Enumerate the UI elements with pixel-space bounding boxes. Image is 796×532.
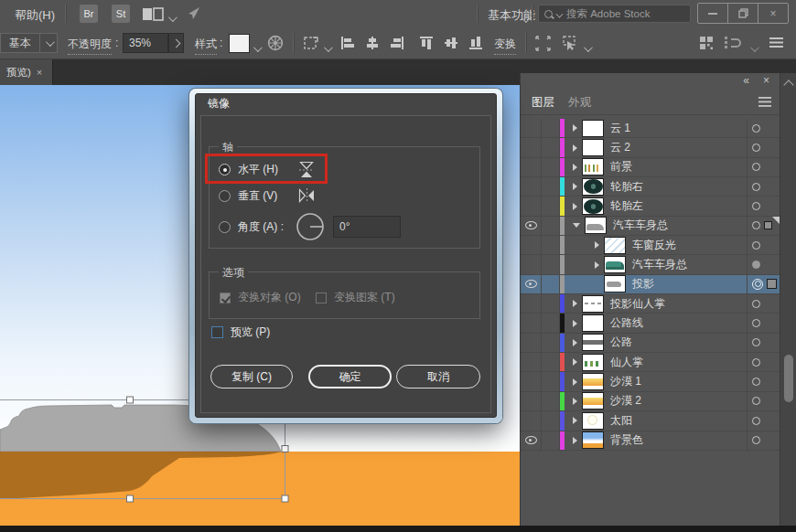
close-button[interactable]: × [758,4,788,23]
layer-thumbnail[interactable] [604,237,626,254]
expand-arrow-icon[interactable] [573,437,577,444]
lock-toggle[interactable] [542,217,560,235]
target-circle-icon[interactable] [752,279,763,290]
target-circle-icon[interactable] [752,417,760,425]
search-input[interactable]: 搜索 Adobe Stock [538,5,691,23]
target-circle-icon[interactable] [752,124,760,133]
lock-toggle[interactable] [542,275,560,293]
transform-objects-checkbox-row[interactable]: 变换对象 (O) [220,290,301,305]
target-column[interactable] [747,275,780,293]
preview-checkbox-icon[interactable] [211,326,223,338]
layer-row[interactable]: 仙人掌 [521,353,780,372]
tab-appearance[interactable]: 外观 [568,95,591,111]
layer-content[interactable]: 投影 [565,275,747,293]
recolor-artwork-icon[interactable] [267,35,284,51]
cancel-button[interactable]: 取消 [396,365,480,388]
layer-row[interactable]: 沙漠 2 [521,392,780,411]
layer-content[interactable]: 汽车车身总 [565,255,747,273]
lock-toggle[interactable] [542,158,560,176]
layer-row[interactable]: 沙漠 1 [521,372,780,391]
target-circle-icon[interactable] [752,338,760,346]
layer-content[interactable]: 背景色 [565,431,747,450]
lock-toggle[interactable] [542,392,560,410]
layer-content[interactable]: 云 2 [565,138,747,156]
panel-flyout-menu-icon[interactable] [758,97,771,107]
arrange-documents-icon[interactable] [142,7,164,21]
expand-arrow-icon[interactable] [573,124,577,132]
target-circle-icon[interactable] [752,319,760,327]
layer-name[interactable]: 仙人掌 [610,355,643,370]
expand-arrow-icon[interactable] [573,320,577,327]
align-right-icon[interactable] [390,36,404,50]
lock-toggle[interactable] [542,138,560,156]
expand-arrow-icon[interactable] [573,358,577,366]
style-label[interactable]: 样式 [195,37,217,55]
layer-row[interactable]: 投影 [521,275,780,294]
visibility-toggle[interactable] [521,372,542,390]
target-circle-icon[interactable] [752,221,760,229]
snap-options-chevron[interactable] [750,39,757,56]
layer-thumbnail[interactable] [582,373,604,390]
layer-content[interactable]: 前景 [565,158,747,176]
expand-arrow-icon[interactable] [573,417,577,424]
target-column[interactable] [747,119,780,137]
layer-content[interactable]: 轮胎左 [565,197,747,215]
target-column[interactable] [747,392,780,410]
transform-panel-link[interactable]: 变换 [494,37,516,55]
layer-name[interactable]: 投影仙人掌 [610,296,665,312]
layer-row[interactable]: 背景色 [521,431,780,451]
stock-button[interactable]: St [112,5,130,23]
snap-options-icon[interactable] [724,36,742,50]
expand-arrow-icon[interactable] [573,183,577,190]
layer-name[interactable]: 沙漠 1 [610,374,641,389]
layer-name[interactable]: 公路 [610,335,632,350]
angle-dial-icon[interactable] [295,211,326,242]
layer-thumbnail[interactable] [582,158,604,176]
target-circle-icon[interactable] [752,397,760,405]
layer-content[interactable]: 车窗反光 [565,236,747,254]
target-column[interactable] [747,294,780,313]
target-column[interactable] [747,431,780,450]
close-icon[interactable]: × [37,67,42,78]
document-setup-chevron[interactable] [324,39,330,56]
target-column[interactable] [747,411,780,430]
style-swatch[interactable] [229,34,250,53]
lock-toggle[interactable] [542,255,560,273]
free-transform-icon[interactable] [534,35,552,52]
layer-name[interactable]: 沙漠 2 [610,393,641,409]
layer-content[interactable]: 公路线 [565,314,747,332]
layer-thumbnail[interactable] [604,275,626,293]
target-column[interactable] [747,197,780,215]
layer-name[interactable]: 前景 [610,159,632,175]
radio-icon[interactable] [219,221,231,233]
layer-thumbnail[interactable] [582,295,604,313]
ok-button[interactable]: 确定 [308,365,392,388]
layer-name[interactable]: 汽车车身总 [632,257,687,272]
chevron-down-icon[interactable] [168,9,175,26]
layer-row[interactable]: 轮胎右 [521,177,780,197]
layer-row[interactable]: 汽车车身总 [521,217,780,236]
layer-thumbnail[interactable] [604,256,626,273]
layer-thumbnail[interactable] [582,197,604,215]
align-center-horizontal-icon[interactable] [365,36,380,50]
dock-scrollbar[interactable] [780,73,796,526]
layer-row[interactable]: 投影仙人掌 [521,294,780,314]
visibility-toggle[interactable] [521,431,542,450]
target-column[interactable] [747,372,780,390]
layer-name[interactable]: 投影 [632,276,654,292]
layer-row[interactable]: 公路 [521,334,780,353]
target-column[interactable] [747,158,780,176]
layer-thumbnail[interactable] [582,120,604,137]
expand-arrow-icon[interactable] [595,241,599,249]
visibility-toggle[interactable] [521,119,542,137]
document-setup-icon[interactable] [303,36,319,50]
radio-icon[interactable] [219,190,231,202]
lock-toggle[interactable] [542,314,560,332]
align-left-icon[interactable] [340,36,355,50]
align-to-pixel-grid-icon[interactable] [699,36,714,50]
layer-thumbnail[interactable] [582,392,604,410]
visibility-toggle[interactable] [521,314,542,332]
target-circle-icon[interactable] [752,163,760,171]
expand-arrow-icon[interactable] [573,300,577,307]
visibility-toggle[interactable] [521,334,542,352]
